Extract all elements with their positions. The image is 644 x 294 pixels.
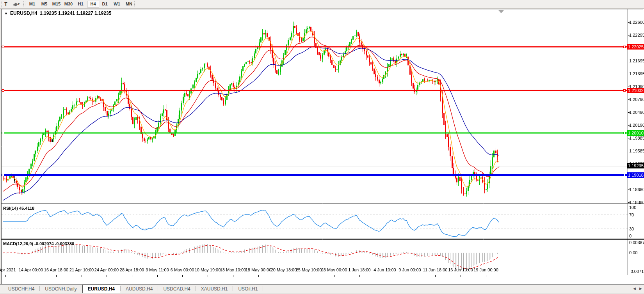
price-tag-1.22025: 1.22025 [627, 44, 644, 50]
price-tick-label: 1.20790 [629, 97, 644, 102]
price-tag-1.19018: 1.19018 [627, 172, 644, 178]
indicator-scale-label: 0.00 [629, 250, 637, 255]
chart-tab-audusd-h4[interactable]: AUDUSD,H4 [121, 285, 158, 293]
indicator-scale-label: 0 [629, 234, 632, 238]
price-tag-1.20010: 1.20010 [627, 130, 644, 136]
rsi-value: 45.4118 [19, 206, 34, 211]
indicator-scale-label: -0.007190 [629, 269, 644, 274]
indicator-scale-label: 70 [629, 213, 634, 217]
chart-tab-eurusd-h4[interactable]: EURUSD,H4 [82, 285, 120, 294]
chart-shift-marker-icon[interactable] [498, 10, 504, 13]
chart-tab-usdchf-h4[interactable]: USDCHF,H4 [3, 285, 39, 293]
price-tick-label: 1.21395 [629, 71, 644, 76]
price-tick-label: 1.19885 [629, 136, 644, 140]
chart-tab-usdcnh-daily[interactable]: USDCNH,Daily [40, 285, 82, 293]
price-tick-label: 1.21695 [629, 58, 644, 63]
macd-values: -0.002074 -0.003380 [34, 241, 74, 246]
price-tick-label: 1.22295 [629, 33, 644, 37]
chart-symbol-label: EURUSD,H4 [10, 11, 37, 16]
tab-separator [263, 286, 263, 291]
price-tag-1.21002: 1.21002 [627, 88, 644, 93]
price-tick-label: 1.19585 [629, 149, 644, 153]
price-tick-label: 1.20190 [629, 123, 644, 128]
price-tick-label: 1.22600 [629, 20, 644, 25]
chart-tab-bar: USDCHF,H4USDCNH,DailyEURUSD,H4AUDUSD,H4U… [0, 284, 644, 294]
price-tick-label: 1.18680 [629, 187, 644, 192]
chart-tab-usoil-h1[interactable]: USOil,H1 [233, 285, 263, 293]
time-tick-label: 19 Jun 00:00 [466, 267, 505, 272]
rsi-indicator-label: RSI(14) 45.4118 [3, 206, 34, 211]
collapse-triangle-icon[interactable]: ▼ [4, 12, 8, 16]
chart-ohlc-values: 1.19235 1.19241 1.19227 1.19235 [40, 11, 112, 16]
price-tag-1.19235: 1.19235 [627, 163, 644, 168]
price-tick-label: 1.18380 [629, 200, 644, 205]
indicator-scale-label: 100 [629, 205, 636, 210]
chart-tab-usdcad-h4[interactable]: USDCAD,H4 [158, 285, 195, 293]
indicator-scale-label: 30 [629, 227, 634, 231]
chart-title: ▼EURUSD,H4 1.19235 1.19241 1.19227 1.192… [4, 11, 111, 16]
indicator-scale-label: 0.003873 [629, 240, 644, 245]
tab-scroll-right-icon[interactable]: ▶ [639, 287, 642, 290]
macd-indicator-label: MACD(12,26,9) -0.002074 -0.003380 [3, 241, 74, 246]
chart-canvas[interactable] [0, 0, 644, 294]
price-tick-label: 1.20490 [629, 110, 644, 115]
chart-tab-xauusd-h1[interactable]: XAUUSD,H1 [196, 285, 233, 293]
tab-scroll-left-icon[interactable]: ◀ [633, 287, 636, 290]
chart-tabs: USDCHF,H4USDCNH,DailyEURUSD,H4AUDUSD,H4U… [0, 285, 644, 294]
mt4-screen: T ▼ M1M5M15M30H1H4D1W1MN ▼EURUSD,H4 1.19… [0, 0, 644, 294]
